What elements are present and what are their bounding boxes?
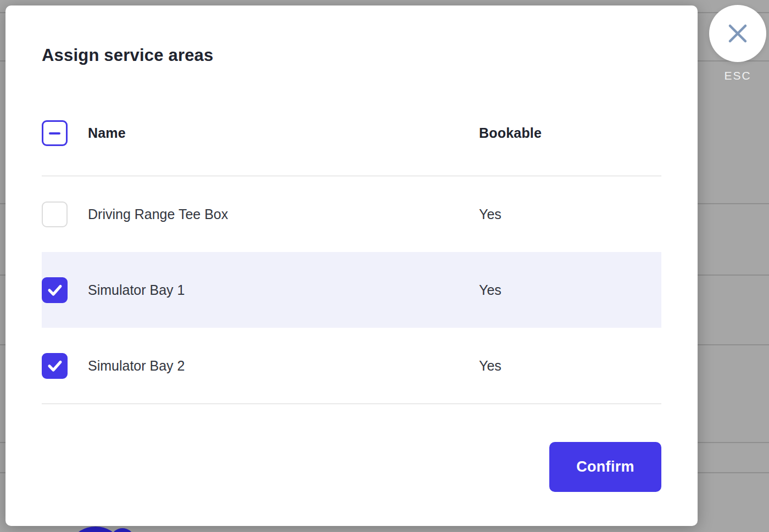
- indeterminate-minus-icon: [49, 132, 60, 135]
- chat-launcher-blob[interactable]: [74, 527, 117, 532]
- row-checkbox[interactable]: [42, 277, 68, 303]
- service-area-name: Simulator Bay 2: [88, 358, 479, 374]
- x-icon: [726, 22, 749, 45]
- esc-hint-label: ESC: [709, 69, 766, 82]
- service-areas-table: Name Bookable Driving Range Tee Box Yes: [42, 120, 661, 404]
- confirm-button[interactable]: Confirm: [549, 442, 661, 492]
- row-checkbox[interactable]: [42, 353, 68, 379]
- check-icon: [46, 281, 64, 299]
- table-row[interactable]: Driving Range Tee Box Yes: [42, 176, 661, 252]
- service-area-bookable: Yes: [479, 206, 661, 222]
- assign-service-areas-dialog: Assign service areas Name Bookable Drivi…: [5, 5, 698, 526]
- column-header-name: Name: [88, 125, 479, 141]
- column-header-bookable: Bookable: [479, 125, 661, 141]
- table-header-row: Name Bookable: [42, 120, 661, 146]
- row-checkbox[interactable]: [42, 201, 68, 227]
- chat-launcher-blob: [112, 528, 133, 532]
- table-row[interactable]: Simulator Bay 2 Yes: [42, 328, 661, 404]
- table-row[interactable]: Simulator Bay 1 Yes: [42, 252, 661, 328]
- service-area-name: Simulator Bay 1: [88, 282, 479, 298]
- service-area-bookable: Yes: [479, 358, 661, 374]
- service-area-bookable: Yes: [479, 282, 661, 298]
- service-area-name: Driving Range Tee Box: [88, 206, 479, 222]
- close-button[interactable]: [709, 5, 766, 62]
- check-icon: [46, 357, 64, 374]
- table-divider: [42, 404, 661, 404]
- select-all-checkbox[interactable]: [42, 120, 68, 146]
- dialog-close-area: ESC: [709, 5, 766, 82]
- dialog-title: Assign service areas: [42, 45, 661, 66]
